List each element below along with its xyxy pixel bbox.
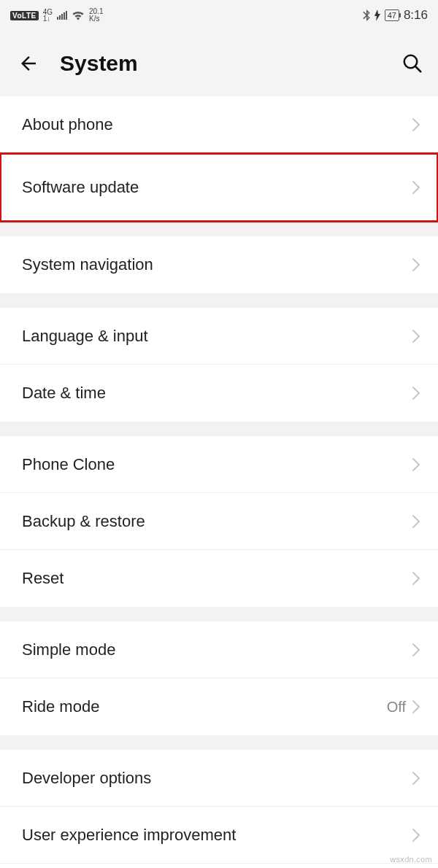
wifi-icon	[72, 10, 85, 20]
chevron-right-icon	[412, 643, 420, 657]
row-label: System navigation	[22, 255, 412, 274]
row-about-phone[interactable]: About phone	[0, 96, 438, 153]
group-gap	[0, 607, 438, 621]
row-system-navigation[interactable]: System navigation	[0, 236, 438, 293]
settings-group: Developer optionsUser experience improve…	[0, 750, 438, 868]
row-certification-logos[interactable]: Certification logos	[0, 864, 438, 868]
row-value: Off	[387, 699, 406, 716]
chevron-right-icon	[412, 771, 420, 786]
svg-line-1	[415, 66, 420, 71]
chevron-right-icon	[412, 180, 420, 195]
chevron-right-icon	[412, 329, 420, 344]
row-phone-clone[interactable]: Phone Clone	[0, 436, 438, 493]
chevron-right-icon	[412, 386, 420, 400]
network-speed: 20.1 K/s	[89, 8, 103, 23]
volte-badge: VoLTE	[10, 11, 39, 20]
row-developer-options[interactable]: Developer options	[0, 750, 438, 807]
row-reset[interactable]: Reset	[0, 550, 438, 607]
row-label: Simple mode	[22, 640, 412, 659]
search-icon[interactable]	[402, 53, 423, 74]
bluetooth-icon	[363, 9, 370, 21]
group-gap	[0, 422, 438, 436]
settings-group: Simple modeRide modeOff	[0, 621, 438, 735]
row-label: About phone	[22, 115, 412, 134]
settings-group: System navigation	[0, 236, 438, 293]
row-language-input[interactable]: Language & input	[0, 308, 438, 365]
group-gap	[0, 293, 438, 308]
status-left: VoLTE 4G 1↓ 20.1 K/s	[10, 8, 104, 23]
status-right: 47 8:16	[363, 8, 428, 23]
row-backup-restore[interactable]: Backup & restore	[0, 493, 438, 550]
watermark: wsxdn.com	[390, 855, 432, 864]
row-label: Ride mode	[22, 697, 387, 716]
group-gap	[0, 735, 438, 750]
row-label: User experience improvement	[22, 826, 412, 845]
row-label: Software update	[22, 178, 412, 197]
row-label: Language & input	[22, 327, 412, 346]
row-label: Developer options	[22, 769, 412, 788]
row-label: Phone Clone	[22, 455, 412, 474]
chevron-right-icon	[412, 571, 420, 586]
row-user-experience-improvement[interactable]: User experience improvement	[0, 807, 438, 864]
signal-icon	[57, 11, 67, 20]
battery-indicator: 47	[385, 9, 399, 21]
settings-group: About phoneSoftware update	[0, 96, 438, 222]
chevron-right-icon	[412, 514, 420, 529]
chevron-right-icon	[412, 117, 420, 132]
row-simple-mode[interactable]: Simple mode	[0, 621, 438, 678]
row-ride-mode[interactable]: Ride modeOff	[0, 678, 438, 735]
chevron-right-icon	[412, 828, 420, 842]
row-label: Reset	[22, 569, 412, 588]
network-type: 4G 1↓	[43, 9, 53, 22]
row-date-time[interactable]: Date & time	[0, 365, 438, 422]
battery-charging-icon	[374, 9, 380, 21]
row-label: Backup & restore	[22, 512, 412, 531]
chevron-right-icon	[412, 457, 420, 472]
row-software-update[interactable]: Software update	[0, 153, 438, 222]
group-gap	[0, 222, 438, 236]
clock: 8:16	[404, 8, 428, 23]
row-label: Date & time	[22, 384, 412, 403]
back-icon[interactable]	[18, 53, 39, 74]
settings-group: Language & inputDate & time	[0, 308, 438, 422]
settings-group: Phone CloneBackup & restoreReset	[0, 436, 438, 607]
page-header: System	[0, 31, 438, 96]
page-title: System	[60, 51, 381, 76]
chevron-right-icon	[412, 257, 420, 272]
chevron-right-icon	[412, 700, 420, 714]
status-bar: VoLTE 4G 1↓ 20.1 K/s 47 8:16	[0, 0, 438, 31]
